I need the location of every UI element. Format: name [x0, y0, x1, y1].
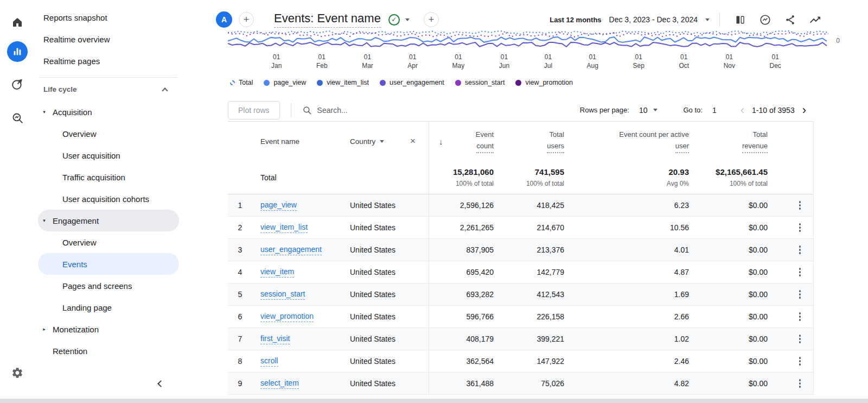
sidebar-item[interactable]: Retention — [35, 340, 182, 362]
event-count-cell: 361,488 — [429, 373, 494, 394]
chevron-down-icon[interactable] — [405, 18, 410, 21]
x-axis-tick-label: 01 Jul — [544, 53, 552, 70]
sidebar-item[interactable]: ▸ Monetization — [35, 318, 182, 340]
event-count-per-user-cell: 4.01 — [564, 245, 689, 254]
insights-icon[interactable] — [758, 12, 772, 27]
compare-icon[interactable] — [733, 12, 747, 27]
total-users-cell: 418,425 — [494, 201, 564, 210]
share-icon[interactable] — [783, 12, 797, 27]
home-icon[interactable] — [7, 12, 28, 33]
country-cell: United States — [342, 379, 429, 388]
sidebar-item[interactable]: Overview — [35, 123, 182, 144]
event-name-link[interactable]: user_engagement — [260, 245, 322, 255]
main-content: A + Events: Event name ✓ + Last 12 month… — [212, 0, 868, 403]
collapse-sidebar-button[interactable] — [152, 376, 167, 391]
sidebar-item[interactable]: Life cycle — [39, 77, 177, 101]
x-axis-tick-label: 01 Jun — [499, 53, 509, 70]
add-comparison-button[interactable]: + — [239, 12, 254, 27]
row-menu-icon[interactable] — [797, 310, 803, 323]
advertising-icon[interactable] — [7, 74, 28, 95]
sidebar-item[interactable]: Realtime pages — [35, 50, 182, 72]
search-input[interactable] — [317, 106, 437, 115]
event-name-link[interactable]: session_start — [260, 289, 305, 300]
column-header-event-name[interactable]: Event name — [252, 137, 342, 146]
legend-marker-icon — [455, 80, 461, 86]
x-axis-tick-label: 01 Dec — [770, 53, 781, 70]
row-menu-icon[interactable] — [797, 355, 803, 368]
event-name-link[interactable]: select_item — [260, 379, 299, 389]
sidebar-item[interactable]: Events — [38, 253, 179, 275]
column-header-total-revenue[interactable]: Total revenue — [689, 122, 768, 161]
legend-item[interactable]: view_item_list — [317, 79, 369, 86]
legend-item[interactable]: page_view — [264, 79, 306, 86]
event-name-link[interactable]: view_promotion — [260, 312, 314, 322]
admin-settings-icon[interactable] — [11, 367, 24, 381]
table-row: 4 view_item United States 695,420 142,77… — [228, 261, 813, 284]
total-users-cell: 226,158 — [494, 312, 564, 321]
sidebar-item[interactable]: Landing page — [35, 297, 182, 318]
avatar[interactable]: A — [216, 11, 232, 28]
sort-descending-icon: ↓ — [439, 137, 443, 146]
check-circle-icon[interactable]: ✓ — [388, 14, 400, 26]
next-page-icon[interactable]: › — [802, 104, 806, 116]
goto-page-input[interactable]: 1 — [712, 106, 717, 115]
date-range-picker[interactable]: Dec 3, 2023 - Dec 3, 2024 — [609, 15, 698, 24]
page-title[interactable]: Events: Event name — [274, 11, 381, 28]
reports-icon[interactable] — [7, 41, 28, 62]
row-number: 1 — [228, 201, 252, 210]
sidebar-item[interactable]: Pages and screens — [35, 275, 182, 297]
table-header-row: Event name Country × ↓ Event count — [228, 122, 813, 161]
legend-item[interactable]: session_start — [455, 79, 505, 86]
sidebar-item[interactable]: ▾ Engagement — [38, 210, 179, 231]
explore-icon[interactable] — [7, 108, 28, 128]
sidebar-item[interactable]: Reports snapshot — [35, 7, 182, 28]
row-menu-icon[interactable] — [797, 288, 803, 301]
date-preset-label: Last 12 months — [550, 16, 601, 24]
row-number: 3 — [228, 245, 252, 254]
column-header-event-count[interactable]: ↓ Event count — [429, 122, 494, 161]
event-count-per-user-cell: 2.46 — [564, 357, 689, 366]
total-users-cell: 147,922 — [494, 357, 564, 366]
x-axis-tick-label: 01 Feb — [316, 53, 328, 70]
sidebar-item[interactable]: Realtime overview — [35, 28, 182, 50]
row-menu-icon[interactable] — [797, 266, 803, 279]
row-menu-icon[interactable] — [797, 243, 803, 256]
event-count-per-user-cell: 1.69 — [564, 290, 689, 299]
column-header-country[interactable]: Country × — [342, 136, 429, 147]
horizontal-scrollbar[interactable] — [0, 399, 868, 403]
events-table: Plot rows Rows per page: 10 Go to: 1 ‹ 1… — [228, 99, 814, 395]
table-row: 8 scroll United States 362,564 147,922 2… — [228, 350, 813, 373]
row-menu-icon[interactable] — [797, 221, 803, 234]
row-menu-icon[interactable] — [797, 332, 803, 345]
column-header-total-users[interactable]: Total users — [494, 122, 564, 161]
legend-item[interactable]: Total — [230, 79, 253, 86]
remove-dimension-icon[interactable]: × — [410, 136, 416, 147]
column-header-event-count-per-active-user[interactable]: Event count per active user — [564, 122, 689, 161]
event-name-link[interactable]: scroll — [260, 356, 278, 367]
sidebar-item[interactable]: User acquisition — [35, 144, 182, 166]
country-cell: United States — [342, 268, 429, 276]
add-report-button[interactable]: + — [424, 12, 439, 27]
event-name-link[interactable]: page_view — [260, 200, 297, 211]
sidebar-item[interactable]: ▾ Acquisition — [35, 101, 182, 123]
previous-page-icon[interactable]: ‹ — [741, 104, 744, 116]
row-number: 7 — [228, 335, 252, 343]
chevron-down-icon[interactable] — [705, 18, 710, 21]
goto-label: Go to: — [684, 106, 703, 114]
event-count-per-user-cell: 4.87 — [564, 268, 689, 276]
trending-explore-icon[interactable] — [808, 12, 822, 27]
divider — [719, 12, 720, 27]
plot-rows-button[interactable]: Plot rows — [228, 101, 280, 119]
sidebar-item[interactable]: Traffic acquisition — [35, 166, 182, 188]
event-name-link[interactable]: view_item — [260, 267, 294, 278]
legend-item[interactable]: view_promotion — [515, 79, 573, 86]
sidebar-item[interactable]: User acquisition cohorts — [35, 188, 182, 210]
event-name-link[interactable]: view_item_list — [260, 223, 308, 233]
rows-per-page-select[interactable]: 10 — [639, 106, 658, 115]
sidebar-item[interactable]: Overview — [35, 231, 182, 253]
event-name-link[interactable]: first_visit — [260, 334, 290, 344]
row-menu-icon[interactable] — [797, 199, 803, 212]
row-menu-icon[interactable] — [797, 377, 803, 390]
legend-item[interactable]: user_engagement — [380, 79, 444, 86]
event-count-cell: 2,261,265 — [429, 217, 494, 238]
